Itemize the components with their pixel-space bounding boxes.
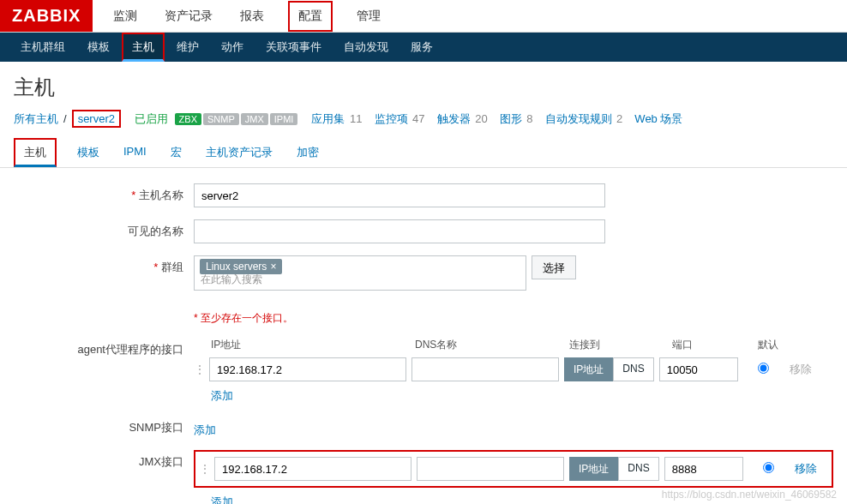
breadcrumb-item-自动发现规则[interactable]: 自动发现规则 2 [545, 111, 623, 127]
breadcrumb: 所有主机 / server2 已启用 ZBXSNMPJMXIPMI 应用集 11… [0, 110, 847, 138]
breadcrumb-host[interactable]: server2 [72, 110, 121, 128]
agent-dns-input[interactable] [411, 357, 559, 381]
page-title: 主机 [0, 62, 847, 110]
select-group-button[interactable]: 选择 [532, 255, 576, 279]
agent-add-link[interactable]: 添加 [211, 388, 233, 404]
label-agent-if: agent代理程序的接口 [14, 338, 194, 357]
jmx-dns-input[interactable] [417, 457, 564, 481]
drag-handle-icon[interactable]: ⋮⋮ [194, 363, 209, 376]
tab-宏[interactable]: 宏 [167, 138, 185, 167]
interface-header: IP地址 DNS名称 连接到 端口 默认 [194, 338, 833, 352]
sub-nav-主机群组[interactable]: 主机群组 [10, 33, 75, 62]
label-groups: 群组 [14, 255, 194, 275]
jmx-ip-input[interactable] [214, 457, 411, 481]
sub-nav-维护[interactable]: 维护 [166, 33, 209, 62]
watermark: https://blog.csdn.net/weixin_46069582 [662, 489, 837, 501]
logo: ZABBIX [0, 0, 93, 32]
tab-加密[interactable]: 加密 [293, 138, 322, 167]
tab-主机[interactable]: 主机 [14, 138, 57, 167]
sub-nav-动作[interactable]: 动作 [211, 33, 254, 62]
label-snmp-if: SNMP接口 [14, 416, 194, 435]
breadcrumb-item-应用集[interactable]: 应用集 11 [311, 111, 362, 127]
sub-nav-主机[interactable]: 主机 [122, 33, 165, 62]
top-nav-监测[interactable]: 监测 [110, 1, 141, 32]
top-nav-管理[interactable]: 管理 [353, 1, 384, 32]
sub-nav-关联项事件[interactable]: 关联项事件 [255, 33, 332, 62]
host-form: 主机名称 可见的名称 群组 Linux servers× 在此输入搜索 选择 *… [0, 168, 847, 504]
label-jmx-if: JMX接口 [14, 450, 194, 470]
agent-connect-ip-button[interactable]: IP地址 [564, 357, 613, 381]
badge-snmp: SNMP [203, 113, 239, 125]
agent-interface-row: ⋮⋮ IP地址 DNS 移除 [194, 357, 833, 381]
visible-name-input[interactable] [194, 219, 605, 243]
label-host-name: 主机名称 [14, 183, 194, 203]
status-enabled: 已启用 [135, 111, 168, 127]
jmx-connect-ip-button[interactable]: IP地址 [569, 457, 618, 481]
agent-remove-link: 移除 [790, 362, 812, 377]
top-nav-bar: ZABBIX 监测资产记录报表配置管理 [0, 0, 847, 33]
badge-zbx: ZBX [175, 113, 201, 125]
breadcrumb-all-hosts[interactable]: 所有主机 [14, 111, 58, 127]
jmx-port-input[interactable] [664, 457, 743, 481]
remove-tag-icon[interactable]: × [270, 261, 276, 273]
top-nav-报表[interactable]: 报表 [237, 1, 267, 32]
jmx-interface-row: ⋮⋮ IP地址 DNS 移除 [199, 457, 828, 481]
agent-connect-dns-button[interactable]: DNS [613, 357, 653, 381]
tab-IPMI[interactable]: IPMI [120, 138, 150, 167]
sub-nav-模板[interactable]: 模板 [77, 33, 120, 62]
jmx-default-radio[interactable] [763, 462, 774, 473]
label-visible-name: 可见的名称 [14, 219, 194, 239]
tab-主机资产记录[interactable]: 主机资产记录 [202, 138, 276, 167]
breadcrumb-item-触发器[interactable]: 触发器 20 [437, 111, 488, 127]
badge-ipmi: IPMI [270, 113, 298, 125]
agent-ip-input[interactable] [209, 357, 406, 381]
agent-port-input[interactable] [659, 357, 738, 381]
tabs: 主机模板IPMI宏主机资产记录加密 [0, 138, 847, 168]
groups-multiselect[interactable]: Linux servers× 在此输入搜索 [194, 255, 526, 291]
drag-handle-icon[interactable]: ⋮⋮ [199, 462, 214, 476]
sub-nav-bar: 主机群组模板主机维护动作关联项事件自动发现服务 [0, 33, 847, 62]
breadcrumb-item-Web 场景[interactable]: Web 场景 [634, 111, 682, 127]
host-name-input[interactable] [194, 183, 605, 207]
groups-placeholder: 在此输入搜索 [201, 273, 262, 287]
top-nav-资产记录[interactable]: 资产记录 [161, 1, 216, 32]
jmx-connect-dns-button[interactable]: DNS [618, 457, 658, 481]
interface-note: * 至少存在一个接口。 [194, 311, 833, 326]
jmx-add-link[interactable]: 添加 [211, 495, 233, 504]
jmx-section: ⋮⋮ IP地址 DNS 移除 [194, 450, 833, 488]
breadcrumb-item-监控项[interactable]: 监控项 47 [375, 111, 425, 127]
sub-nav-自动发现[interactable]: 自动发现 [333, 33, 399, 62]
sub-nav-服务[interactable]: 服务 [400, 33, 443, 62]
breadcrumb-item-图形[interactable]: 图形 8 [500, 111, 533, 127]
top-nav-配置[interactable]: 配置 [288, 1, 333, 32]
jmx-remove-link[interactable]: 移除 [795, 461, 817, 477]
badge-jmx: JMX [241, 113, 268, 125]
snmp-add-link[interactable]: 添加 [194, 423, 216, 438]
agent-default-radio[interactable] [758, 363, 769, 374]
tab-模板[interactable]: 模板 [74, 138, 103, 167]
